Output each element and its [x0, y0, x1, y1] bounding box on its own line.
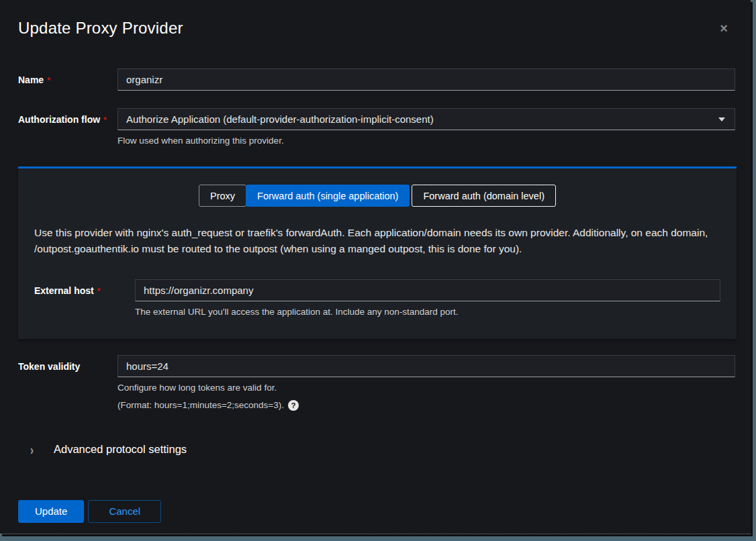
mode-toggle-group: Proxy Forward auth (single application) …: [34, 185, 720, 207]
chevron-down-icon: [718, 117, 725, 121]
modal-title: Update Proxy Provider: [18, 19, 733, 38]
external-host-cell: The external URL you'll access the appli…: [135, 279, 720, 319]
toggle-forward-auth-single[interactable]: Forward auth (single application): [246, 185, 410, 207]
advanced-protocol-settings-label: Advanced protocol settings: [54, 443, 187, 456]
external-host-input[interactable]: [135, 279, 720, 301]
required-asterisk: *: [103, 115, 107, 125]
token-validity-input[interactable]: [117, 355, 735, 377]
external-host-label: External host*: [34, 279, 135, 319]
token-validity-row: Token validity Configure how long tokens…: [18, 355, 735, 411]
authorization-flow-selected-value: Authorize Application (default-provider-…: [126, 113, 434, 125]
external-host-label-text: External host: [34, 285, 94, 296]
name-label: Name*: [18, 68, 117, 91]
external-host-help: The external URL you'll access the appli…: [135, 305, 720, 319]
proxy-mode-card: Proxy Forward auth (single application) …: [18, 166, 737, 338]
token-validity-cell: Configure how long tokens are valid for.…: [117, 355, 735, 411]
update-button[interactable]: Update: [18, 500, 84, 523]
chevron-right-icon: ›: [30, 442, 34, 456]
toggle-forward-auth-domain[interactable]: Forward auth (domain level): [412, 185, 556, 207]
name-field-cell: [117, 68, 735, 91]
external-host-row: External host* The external URL you'll a…: [34, 279, 720, 319]
authorization-flow-row: Authorization flow* Authorize Applicatio…: [18, 108, 735, 148]
authorization-flow-select[interactable]: Authorize Application (default-provider-…: [117, 108, 735, 130]
authorization-flow-label-text: Authorization flow: [18, 114, 100, 125]
token-validity-help-line1: Configure how long tokens are valid for.: [117, 381, 735, 395]
token-validity-label: Token validity: [18, 355, 117, 411]
name-input[interactable]: [117, 68, 735, 91]
name-field-row: Name*: [18, 68, 735, 91]
cancel-button[interactable]: Cancel: [88, 500, 161, 523]
authorization-flow-label: Authorization flow*: [18, 108, 117, 148]
required-asterisk: *: [97, 287, 101, 296]
name-label-text: Name: [18, 75, 44, 85]
mode-description: Use this provider with nginx's auth_requ…: [34, 225, 720, 257]
modal-header: Update Proxy Provider ×: [0, 0, 751, 38]
update-proxy-provider-modal: Update Proxy Provider × Name* Authorizat…: [0, 0, 751, 534]
question-circle-icon: ?: [288, 400, 299, 411]
close-icon[interactable]: ×: [720, 21, 728, 35]
token-validity-help-line2: (Format: hours=1;minutes=2;seconds=3). ?: [117, 400, 735, 411]
advanced-protocol-settings-expander[interactable]: › Advanced protocol settings: [18, 443, 187, 456]
token-validity-format-text: (Format: hours=1;minutes=2;seconds=3).: [117, 400, 284, 410]
modal-footer: Update Cancel: [0, 500, 751, 523]
authorization-flow-help: Flow used when authorizing this provider…: [117, 134, 735, 148]
authorization-flow-cell: Authorize Application (default-provider-…: [117, 108, 735, 148]
provider-form: Name* Authorization flow* Authorize Appl…: [0, 38, 751, 456]
required-asterisk: *: [47, 76, 50, 85]
toggle-proxy[interactable]: Proxy: [199, 185, 246, 207]
